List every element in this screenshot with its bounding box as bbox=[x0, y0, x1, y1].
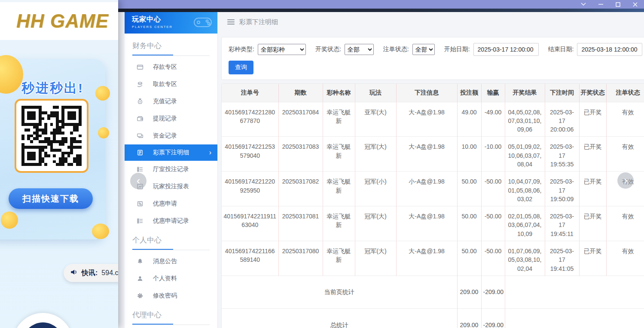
col-bet-no: 注单号 bbox=[222, 84, 278, 102]
speaker-icon bbox=[70, 269, 78, 277]
table-row: 401569174221191163040 20250317081 幸运飞艇新 … bbox=[222, 206, 644, 241]
ticker-label: 快讯: bbox=[82, 269, 98, 278]
col-bet-status: 注单状态 bbox=[606, 84, 644, 102]
minimize-icon[interactable] bbox=[595, 0, 606, 8]
bottom-logo-circle bbox=[13, 313, 73, 328]
sidebar-item-recharge-record[interactable]: 充值记录 bbox=[125, 93, 217, 110]
total-summary-row: 总统计 209.00 -209.00 bbox=[222, 308, 644, 328]
section-agent: 代理中心 bbox=[125, 304, 217, 324]
maximize-icon[interactable] bbox=[612, 0, 623, 8]
table-row: 401569174221280677870 20250317084 幸运飞艇新 … bbox=[222, 102, 644, 137]
table-row: 401569174221220925950 20250317082 幸运飞艇新 … bbox=[222, 172, 644, 206]
col-period: 期数 bbox=[278, 84, 323, 102]
query-button[interactable]: 查询 bbox=[229, 61, 253, 74]
sidebar-item-change-password[interactable]: 修改密码 bbox=[125, 287, 217, 304]
col-draw-status: 开奖状态 bbox=[579, 84, 606, 102]
table-header-row: 注单号 期数 彩种名称 玩法 下注信息 投注额 输赢 开奖结果 下注时间 开奖状… bbox=[222, 84, 644, 102]
app-window: 玩家中心 PLAYERS CENTER 财务中心 存款专区 bbox=[118, 9, 644, 328]
promo-record-icon bbox=[137, 218, 143, 224]
section-personal: 个人中心 bbox=[125, 230, 217, 249]
decor-blob bbox=[92, 224, 109, 239]
col-bet-info: 下注信息 bbox=[396, 84, 457, 102]
recharge-bag-icon bbox=[137, 98, 143, 105]
bet-table-card: 注单号 期数 彩种名称 玩法 下注信息 投注额 输赢 开奖结果 下注时间 开奖状… bbox=[221, 83, 644, 328]
section-finance: 财务中心 bbox=[125, 35, 217, 55]
end-date-input[interactable] bbox=[577, 43, 642, 56]
draw-status-label: 开奖状态: bbox=[315, 46, 341, 53]
col-amount: 投注额 bbox=[457, 84, 481, 102]
chevron-right-icon: › bbox=[209, 149, 211, 156]
bet-status-select[interactable]: 全部 bbox=[412, 44, 435, 55]
news-ticker: 快讯: 594.cc, bbox=[64, 264, 118, 282]
filter-panel: 彩种类型: 全部彩种 开奖状态: 全部 注单状态: 全部 开始日期: 结 bbox=[221, 37, 644, 80]
promo-apply-icon bbox=[137, 200, 143, 207]
withdraw-hand-icon bbox=[137, 81, 143, 88]
user-icon bbox=[137, 275, 143, 282]
sidebar-item-lottery-bet-detail[interactable]: 彩票下注明细 › bbox=[125, 144, 217, 161]
table-row: 401569174221253579040 20250317083 幸运飞艇新 … bbox=[222, 137, 644, 172]
sidebar-item-withdraw-zone[interactable]: 取款专区 bbox=[125, 76, 217, 93]
gear-icon bbox=[137, 292, 143, 299]
section-underline bbox=[132, 55, 210, 56]
bet-status-label: 注单状态: bbox=[383, 46, 409, 53]
gamepad-icon bbox=[193, 15, 213, 32]
bet-table: 注单号 期数 彩种名称 玩法 下注信息 投注额 输赢 开奖结果 下注时间 开奖状… bbox=[222, 84, 644, 328]
col-play: 玩法 bbox=[355, 84, 396, 102]
draw-status-select[interactable]: 全部 bbox=[345, 44, 374, 55]
ticker-text: 594.cc, bbox=[101, 269, 118, 277]
start-date-label: 开始日期: bbox=[444, 46, 470, 53]
col-lottery: 彩种名称 bbox=[323, 84, 355, 102]
sidebar-item-promo-apply-record[interactable]: 优惠申请记录 bbox=[125, 212, 217, 230]
collapse-left-button[interactable]: ‹ bbox=[130, 173, 147, 189]
window-controls bbox=[578, 0, 641, 9]
section-underline bbox=[132, 249, 210, 250]
lottery-type-select[interactable]: 全部彩种 bbox=[258, 44, 306, 55]
current-page-summary-row: 当前页统计 209.00 -209.00 bbox=[222, 276, 644, 308]
download-button[interactable]: 扫描快速下载 bbox=[9, 188, 93, 209]
sidebar-item-profile[interactable]: 个人资料 bbox=[125, 270, 217, 287]
page-title: 彩票下注明细 bbox=[239, 18, 278, 26]
hamburger-menu-icon[interactable] bbox=[227, 19, 235, 25]
col-time: 下注时间 bbox=[545, 84, 579, 102]
close-icon[interactable] bbox=[629, 0, 641, 8]
bell-icon bbox=[137, 258, 143, 265]
sidebar-item-withdrawal-record[interactable]: 提现记录 bbox=[125, 110, 217, 127]
lottery-type-label: 彩种类型: bbox=[229, 46, 254, 53]
sidebar: 玩家中心 PLAYERS CENTER 财务中心 存款专区 bbox=[125, 12, 218, 328]
content-header: 彩票下注明细 bbox=[221, 12, 644, 32]
sidebar-item-funds-record[interactable]: 资金记录 bbox=[125, 127, 217, 144]
brand-logo: HH GAME bbox=[16, 10, 109, 32]
decor-blob bbox=[1, 212, 18, 229]
hall-record-icon bbox=[137, 166, 143, 173]
decor-blob bbox=[98, 127, 109, 138]
col-result: 开奖结果 bbox=[505, 84, 545, 102]
start-date-input[interactable] bbox=[473, 43, 539, 56]
content-area: 彩票下注明细 彩种类型: 全部彩种 开奖状态: 全部 注单状态: 全部 bbox=[218, 12, 644, 328]
col-win-loss: 输赢 bbox=[481, 84, 505, 102]
end-date-label: 结束日期: bbox=[548, 46, 574, 53]
sidebar-item-promo-apply[interactable]: 优惠申请 bbox=[125, 195, 217, 212]
expand-right-button[interactable]: › bbox=[617, 172, 634, 189]
section-underline bbox=[132, 324, 210, 325]
deposit-card-icon bbox=[137, 64, 143, 71]
lottery-detail-icon bbox=[137, 149, 143, 156]
wallet-icon bbox=[137, 115, 143, 122]
logo-band: HH GAME bbox=[0, 2, 118, 40]
sidebar-item-announcements[interactable]: 消息公告 bbox=[125, 253, 217, 270]
sidebar-item-deposit[interactable]: 存款专区 bbox=[125, 58, 217, 76]
app-top-strip bbox=[118, 9, 644, 12]
table-row: 401569174221166589140 20250317080 幸运飞艇新 … bbox=[222, 241, 644, 276]
sidebar-header: 玩家中心 PLAYERS CENTER bbox=[125, 12, 217, 34]
funds-ticket-icon bbox=[137, 132, 143, 139]
qr-code bbox=[15, 99, 89, 173]
chevron-down-icon[interactable] bbox=[578, 0, 589, 8]
promo-headline: 秒进秒出! bbox=[0, 80, 105, 97]
promo-panel: HH GAME 秒进秒出! 扫描快速下载 快讯: 594.cc, bbox=[0, 0, 118, 328]
